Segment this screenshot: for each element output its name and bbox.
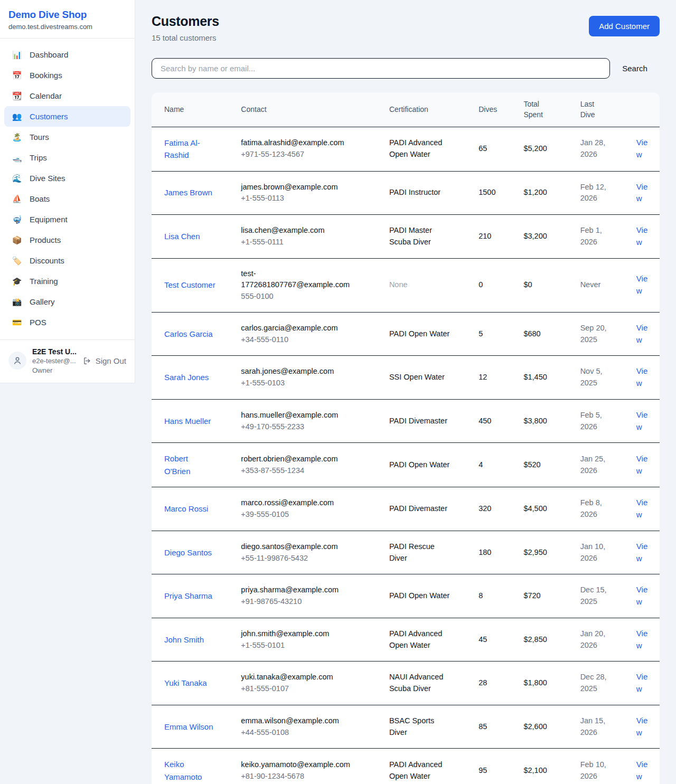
customer-email: carlos.garcia@example.com: [241, 323, 361, 334]
view-customer-link[interactable]: View: [636, 323, 647, 344]
sidebar-item-equipment[interactable]: 🤿 Equipment: [4, 209, 130, 230]
customer-email: emma.wilson@example.com: [241, 715, 361, 727]
customer-name-link[interactable]: Sarah Jones: [164, 371, 209, 383]
sidebar-item-discounts[interactable]: 🏷️ Discounts: [4, 250, 130, 271]
search-button[interactable]: Search: [610, 64, 660, 73]
customer-name-link[interactable]: Hans Mueller: [164, 415, 211, 427]
customer-dives: 65: [472, 127, 517, 171]
view-customer-link[interactable]: View: [636, 138, 647, 159]
shop-name-link[interactable]: Demo Dive Shop: [8, 9, 126, 21]
customer-phone: +1-555-0103: [241, 377, 361, 389]
sidebar-item-calendar[interactable]: 📆 Calendar: [4, 86, 130, 106]
customer-dives: 450: [472, 399, 517, 443]
column-header-name: Name: [152, 92, 234, 127]
sidebar-item-label: POS: [30, 318, 46, 327]
customer-certification: PADI Divemaster: [383, 399, 472, 443]
view-customer-link[interactable]: View: [636, 542, 647, 563]
view-customer-link[interactable]: View: [636, 672, 647, 693]
customer-name-link[interactable]: Keiko Yamamoto: [164, 758, 215, 783]
customer-name-link[interactable]: Priya Sharma: [164, 590, 212, 602]
customer-total-spent: $2,850: [517, 618, 574, 662]
sidebar-item-pos[interactable]: 💳 POS: [4, 312, 130, 333]
view-customer-link[interactable]: View: [636, 366, 647, 388]
customer-total-spent: $3,800: [517, 399, 574, 443]
customer-phone: +1-555-0113: [241, 193, 361, 204]
customer-email: keiko.yamamoto@example.com: [241, 759, 361, 771]
sidebar-item-bookings[interactable]: 📅 Bookings: [4, 65, 130, 86]
customer-total-spent: $0: [517, 258, 574, 312]
customer-dives: 12: [472, 356, 517, 400]
customer-total-spent: $720: [517, 574, 574, 618]
sidebar-item-label: Trips: [30, 153, 47, 162]
view-customer-link[interactable]: View: [636, 274, 647, 295]
customer-name-link[interactable]: Yuki Tanaka: [164, 677, 207, 689]
customer-name-link[interactable]: John Smith: [164, 634, 204, 646]
view-customer-link[interactable]: View: [636, 410, 647, 431]
customer-name-link[interactable]: Emma Wilson: [164, 721, 213, 733]
table-row: Carlos Garcia carlos.garcia@example.com …: [152, 312, 660, 356]
sidebar-item-label: Dive Sites: [30, 174, 65, 183]
sidebar-item-customers[interactable]: 👥 Customers: [4, 106, 130, 127]
trips-speedboat-icon: 🛥️: [12, 154, 22, 162]
customer-last-dive: Jan 10, 2026: [574, 531, 630, 574]
customer-last-dive: Sep 20, 2025: [574, 312, 630, 356]
customer-phone: +39-555-0105: [241, 509, 361, 521]
customer-certification: PADI Divemaster: [383, 487, 472, 531]
customer-name-link[interactable]: James Brown: [164, 186, 212, 199]
customers-icon: 👥: [12, 112, 22, 120]
add-customer-button[interactable]: Add Customer: [589, 16, 660, 36]
customer-name-link[interactable]: Fatima Al-Rashid: [164, 137, 215, 162]
customer-name-link[interactable]: Diego Santos: [164, 546, 212, 559]
customer-email: james.brown@example.com: [241, 182, 361, 193]
sidebar-item-training[interactable]: 🎓 Training: [4, 271, 130, 291]
sidebar-item-products[interactable]: 📦 Products: [4, 230, 130, 250]
sidebar-item-dive-sites[interactable]: 🌊 Dive Sites: [4, 168, 130, 188]
sidebar-item-dashboard[interactable]: 📊 Dashboard: [4, 44, 130, 65]
table-row: Hans Mueller hans.mueller@example.com +4…: [152, 399, 660, 443]
customer-name-link[interactable]: Robert O'Brien: [164, 452, 215, 477]
sidebar-logo-block: Demo Dive Shop demo.test.divestreams.com: [0, 0, 135, 39]
customer-dives: 85: [472, 705, 517, 749]
boats-sailboat-icon: ⛵: [12, 195, 22, 203]
user-block: E2E Test U... e2e-tester@... Owner Sign …: [0, 339, 135, 383]
view-customer-link[interactable]: View: [636, 182, 647, 203]
view-customer-link[interactable]: View: [636, 498, 647, 519]
view-customer-link[interactable]: View: [636, 760, 647, 781]
customer-certification: PADI Open Water: [383, 312, 472, 356]
customer-dives: 0: [472, 258, 517, 312]
customer-last-dive: Feb 12, 2026: [574, 171, 630, 215]
customer-name-link[interactable]: Lisa Chen: [164, 230, 200, 242]
view-customer-link[interactable]: View: [636, 585, 647, 606]
sidebar-item-label: Products: [30, 235, 61, 244]
sidebar-item-gallery[interactable]: 📸 Gallery: [4, 291, 130, 312]
user-role: Owner: [32, 366, 77, 375]
column-header-last-dive: Last Dive: [574, 92, 630, 127]
table-row: Robert O'Brien robert.obrien@example.com…: [152, 443, 660, 487]
products-package-icon: 📦: [12, 236, 22, 244]
customer-email: robert.obrien@example.com: [241, 454, 361, 465]
customer-total-spent: $2,950: [517, 531, 574, 574]
view-customer-link[interactable]: View: [636, 225, 647, 247]
sidebar-nav: 📊 Dashboard 📅 Bookings 📆 Calendar 👥 Cust…: [0, 39, 135, 339]
customer-name-link[interactable]: Test Customer: [164, 279, 215, 291]
customer-name-link[interactable]: Carlos Garcia: [164, 328, 213, 340]
customer-certification: SSI Open Water: [383, 356, 472, 400]
customer-name-link[interactable]: Marco Rossi: [164, 503, 208, 515]
sidebar: Demo Dive Shop demo.test.divestreams.com…: [0, 0, 135, 383]
customer-last-dive: Jan 15, 2026: [574, 705, 630, 749]
table-row: Fatima Al-Rashid fatima.alrashid@example…: [152, 127, 660, 171]
sidebar-item-trips[interactable]: 🛥️ Trips: [4, 147, 130, 168]
sidebar-item-tours[interactable]: 🏝️ Tours: [4, 127, 130, 147]
customer-certification: PADI Instructor: [383, 171, 472, 215]
customer-last-dive: Feb 8, 2026: [574, 487, 630, 531]
customer-total-spent: $3,200: [517, 215, 574, 259]
view-customer-link[interactable]: View: [636, 629, 647, 650]
customer-dives: 8: [472, 574, 517, 618]
sidebar-item-boats[interactable]: ⛵ Boats: [4, 188, 130, 209]
search-input[interactable]: [152, 58, 610, 79]
customers-table: Name Contact Certification Dives Total S…: [152, 92, 660, 784]
customer-last-dive: Jan 25, 2026: [574, 443, 630, 487]
view-customer-link[interactable]: View: [636, 716, 647, 737]
sign-out-button[interactable]: Sign Out: [83, 356, 126, 365]
view-customer-link[interactable]: View: [636, 454, 647, 475]
